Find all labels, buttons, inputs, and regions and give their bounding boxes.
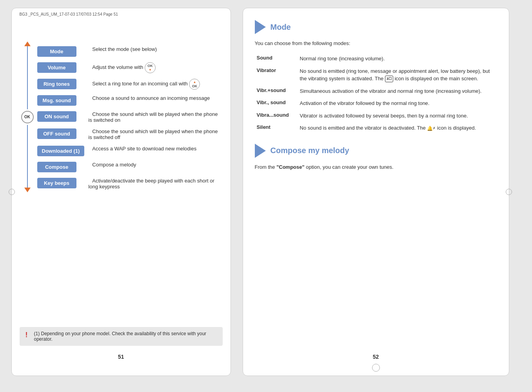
mode-section-heading: Mode	[255, 20, 497, 34]
silent-icon: 🔔✗	[427, 125, 436, 132]
compose-triangle-icon	[255, 144, 266, 158]
mode-def-vibrsound2: Activation of the vibrator followed by t…	[298, 97, 497, 110]
compose-emphasis: "Compose"	[276, 164, 305, 170]
table-row: Silent No sound is emitted and the vibra…	[255, 122, 497, 134]
table-row: Mode Select the mode (see below)	[35, 43, 223, 60]
menu-desc-compose: Compose a melody	[88, 160, 136, 168]
menu-table: Mode Select the mode (see below) Volume	[35, 43, 223, 192]
mode-term-silent: Silent	[255, 122, 298, 134]
table-row: Vibr., sound Activation of the vibrator …	[255, 97, 497, 110]
menu-label-msgsound[interactable]: Msg. sound	[37, 95, 76, 106]
menu-desc-ringtones: Select a ring tone for an incoming call …	[88, 79, 200, 87]
table-row: OFF sound Choose the sound which will be…	[35, 126, 223, 143]
mode-def-vibrator: No sound is emitted (ring tone, message …	[298, 65, 497, 85]
table-row: Volume Adjust the volume with OK▼	[35, 60, 223, 76]
mode-term-vibrsound2: Vibr., sound	[255, 97, 298, 110]
table-row: Compose Compose a melody	[35, 159, 223, 175]
compose-section-title: Compose my melody	[271, 146, 349, 155]
table-row: Vibra...sound Vibrator is activated foll…	[255, 110, 497, 122]
mode-term-vibrasound: Vibra...sound	[255, 110, 298, 122]
vibrator-icon: 3☐	[385, 76, 393, 83]
menu-label-keybeeps[interactable]: Key beeps	[37, 178, 76, 188]
menu-desc-mode: Select the mode (see below)	[88, 44, 157, 52]
menu-desc-msgsound: Choose a sound to announce an incoming m…	[88, 93, 210, 101]
nav-line-top	[27, 46, 28, 109]
mode-table: Sound Normal ring tone (increasing volum…	[255, 52, 497, 134]
mode-triangle-icon	[255, 20, 266, 34]
menu-label-mode[interactable]: Mode	[37, 46, 76, 57]
right-page-number: 52	[243, 354, 509, 360]
mode-def-vibrasound: Vibrator is activated followed by severa…	[298, 110, 497, 122]
menu-desc-keybeeps: Activate/deactivate the beep played with…	[88, 176, 214, 190]
compose-section-heading: Compose my melody	[255, 144, 497, 158]
left-page: BG3 _PCS_AUS_UM_17-07-03 17/07/03 12:54 …	[11, 8, 231, 376]
mode-def-sound: Normal ring tone (increasing volume).	[298, 52, 497, 65]
menu-desc-volume: Adjust the volume with OK▼	[88, 62, 156, 70]
ok-icon-volume: OK▼	[145, 62, 156, 73]
footnote: ! (1) Depending on your phone model. Che…	[20, 327, 223, 346]
registration-mark-right	[506, 189, 512, 195]
mode-def-vibrsound: Simultaneous activation of the vibrator …	[298, 85, 497, 98]
registration-mark-left	[9, 189, 15, 195]
table-row: Vibr.+sound Simultaneous activation of t…	[255, 85, 497, 98]
arrow-down-icon	[24, 188, 31, 192]
mode-term-vibrsound: Vibr.+sound	[255, 85, 298, 98]
footnote-text: (1) Depending on your phone model. Check…	[34, 331, 217, 342]
menu-label-downloaded[interactable]: Downloaded (1)	[37, 146, 85, 156]
mode-def-silent: No sound is emitted and the vibrator is …	[298, 122, 497, 134]
ok-button[interactable]: OK	[21, 111, 34, 123]
table-row: ON sound Choose the sound which will be …	[35, 108, 223, 126]
table-row: Ring tones Select a ring tone for an inc…	[35, 76, 223, 92]
mode-term-vibrator: Vibrator	[255, 65, 298, 85]
registration-mark-bottom	[372, 364, 380, 372]
menu-desc-onsound: Choose the sound which will be played wh…	[88, 109, 218, 123]
menu-content: Mode Select the mode (see below) Volume	[35, 32, 223, 192]
menu-desc-downloaded: Access a WAP site to download new melodi…	[88, 144, 196, 152]
left-page-number: 51	[20, 346, 223, 360]
table-row: Sound Normal ring tone (increasing volum…	[255, 52, 497, 65]
page-meta: BG3 _PCS_AUS_UM_17-07-03 17/07/03 12:54 …	[20, 12, 118, 16]
table-row: Vibrator No sound is emitted (ring tone,…	[255, 65, 497, 85]
menu-label-offsound[interactable]: OFF sound	[37, 128, 76, 139]
menu-label-ringtones[interactable]: Ring tones	[37, 79, 76, 89]
mode-term-sound: Sound	[255, 52, 298, 65]
nav-line-bottom	[27, 125, 28, 188]
mode-intro: You can choose from the following modes:	[255, 40, 497, 46]
table-row: Msg. sound Choose a sound to announce an…	[35, 92, 223, 108]
menu-desc-offsound: Choose the sound which will be played wh…	[88, 126, 218, 140]
exclamation-icon: !	[25, 331, 30, 339]
mode-section-title: Mode	[271, 23, 291, 32]
table-row: Key beeps Activate/deactivate the beep p…	[35, 175, 223, 192]
table-row: Downloaded (1) Access a WAP site to down…	[35, 143, 223, 159]
arrow-up-icon	[24, 42, 31, 46]
menu-label-onsound[interactable]: ON sound	[37, 111, 76, 122]
menu-label-compose[interactable]: Compose	[37, 162, 76, 172]
menu-label-volume[interactable]: Volume	[37, 62, 76, 73]
compose-desc: From the "Compose" option, you can creat…	[255, 164, 497, 170]
ok-icon-ringtones: ▲OK	[189, 79, 200, 90]
ok-label: OK	[24, 115, 30, 119]
right-page: Mode You can choose from the following m…	[243, 8, 509, 376]
nav-bar: OK	[20, 32, 35, 192]
